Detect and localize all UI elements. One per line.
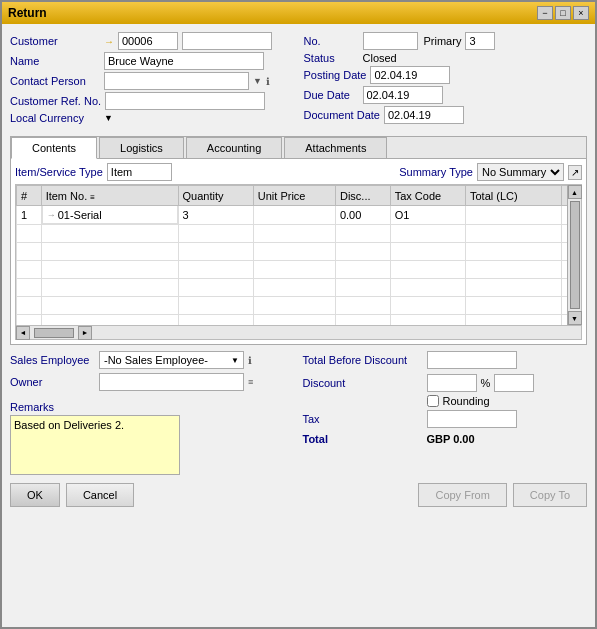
no-input[interactable] — [363, 32, 418, 50]
tab-accounting[interactable]: Accounting — [186, 137, 282, 158]
window-title: Return — [8, 6, 47, 20]
primary-input[interactable] — [465, 32, 495, 50]
contact-person-input[interactable] — [104, 72, 249, 90]
remarks-section: Remarks Based on Deliveries 2. — [10, 401, 295, 477]
due-date-input[interactable] — [363, 86, 443, 104]
hscroll-left-button[interactable]: ◄ — [16, 326, 30, 340]
name-input[interactable] — [104, 52, 264, 70]
item-service-type-input[interactable] — [107, 163, 172, 181]
rounding-row: Rounding — [303, 395, 588, 407]
sales-employee-label: Sales Employee — [10, 354, 95, 366]
local-currency-label: Local Currency — [10, 112, 100, 124]
name-row: Name — [10, 52, 294, 70]
cell-total — [465, 206, 561, 225]
owner-icon: ≡ — [248, 377, 253, 387]
right-action-buttons: Copy From Copy To — [418, 483, 587, 507]
customer-input[interactable] — [118, 32, 178, 50]
discount-input[interactable] — [427, 374, 477, 392]
action-buttons: OK Cancel Copy From Copy To — [10, 477, 587, 511]
table-row — [17, 243, 581, 261]
close-button[interactable]: × — [573, 6, 589, 20]
customer-ref-input[interactable] — [105, 92, 265, 110]
total-row: Total GBP 0.00 — [303, 433, 588, 445]
table-row — [17, 315, 581, 326]
primary-label: Primary — [424, 35, 462, 47]
cancel-button[interactable]: Cancel — [66, 483, 134, 507]
discount-row: Discount % — [303, 374, 588, 392]
owner-row: Owner ≡ — [10, 373, 295, 391]
total-currency-value: GBP 0.00 — [427, 433, 475, 445]
total-before-discount-row: Total Before Discount — [303, 351, 588, 369]
hscroll-right-button[interactable]: ► — [78, 326, 92, 340]
tax-label: Tax — [303, 413, 423, 425]
cell-disc: 0.00 — [335, 206, 390, 225]
tab-contents-panel: Item/Service Type Summary Type No Summar… — [11, 159, 586, 344]
posting-date-row: Posting Date — [304, 66, 588, 84]
total-label: Total — [303, 433, 423, 445]
status-value: Closed — [363, 52, 397, 64]
cell-unit-price — [253, 206, 335, 225]
maximize-button[interactable]: □ — [555, 6, 571, 20]
discount-pct-label: % — [481, 377, 491, 389]
left-bottom: Sales Employee -No Sales Employee- ▼ ℹ O… — [10, 351, 295, 477]
col-quantity: Quantity — [178, 186, 253, 206]
row-arrow-icon: → — [47, 210, 56, 220]
sales-employee-select[interactable]: -No Sales Employee- ▼ — [99, 351, 244, 369]
remarks-label: Remarks — [10, 401, 295, 413]
summary-type-label: Summary Type — [399, 166, 473, 178]
hscroll-thumb[interactable] — [34, 328, 74, 338]
tabs-bar: Contents Logistics Accounting Attachment… — [11, 137, 586, 159]
due-date-label: Due Date — [304, 89, 359, 101]
tab-logistics[interactable]: Logistics — [99, 137, 184, 158]
title-buttons: − □ × — [537, 6, 589, 20]
remarks-textarea[interactable]: Based on Deliveries 2. — [10, 415, 180, 475]
owner-input[interactable] — [99, 373, 244, 391]
tax-input[interactable] — [427, 410, 517, 428]
contact-info-icon[interactable]: ℹ — [266, 76, 270, 87]
scrollbar-thumb[interactable] — [570, 201, 580, 309]
col-num: # — [17, 186, 42, 206]
total-before-discount-input[interactable] — [427, 351, 517, 369]
cell-quantity: 3 — [178, 206, 253, 225]
customer-arrow-icon: → — [104, 36, 114, 47]
tab-attachments[interactable]: Attachments — [284, 137, 387, 158]
table-row — [17, 261, 581, 279]
col-item-no: Item No. ≡ — [41, 186, 178, 206]
sales-employee-value: -No Sales Employee- — [104, 354, 208, 366]
items-table: # Item No. ≡ Quantity Unit Price Disc...… — [16, 185, 581, 325]
summary-type-select[interactable]: No Summary — [477, 163, 564, 181]
tab-contents[interactable]: Contents — [11, 137, 97, 159]
customer-name-input[interactable] — [182, 32, 272, 50]
minimize-button[interactable]: − — [537, 6, 553, 20]
customer-label: Customer — [10, 35, 100, 47]
table-row — [17, 225, 581, 243]
contact-person-dropdown-icon[interactable]: ▼ — [253, 76, 262, 86]
cell-num: 1 — [17, 206, 42, 225]
posting-date-input[interactable] — [370, 66, 450, 84]
no-label: No. — [304, 35, 359, 47]
expand-icon[interactable]: ↗ — [568, 165, 582, 180]
right-bottom: Total Before Discount Discount % Roundin… — [303, 351, 588, 477]
copy-from-button[interactable]: Copy From — [418, 483, 506, 507]
local-currency-dropdown-icon[interactable]: ▼ — [104, 113, 113, 123]
table-row[interactable]: 1 → 01-Serial 3 0.00 O1 — [17, 206, 581, 225]
tab-panel: Contents Logistics Accounting Attachment… — [10, 136, 587, 345]
rounding-checkbox[interactable] — [427, 395, 439, 407]
return-window: Return − □ × Customer → Name — [0, 0, 597, 629]
scrollbar-up-button[interactable]: ▲ — [568, 185, 582, 199]
discount-value-input[interactable] — [494, 374, 534, 392]
contact-person-row: Contact Person ▼ ℹ — [10, 72, 294, 90]
scrollbar-down-button[interactable]: ▼ — [568, 311, 582, 325]
status-row: Status Closed — [304, 52, 588, 64]
posting-date-label: Posting Date — [304, 69, 367, 81]
name-label: Name — [10, 55, 100, 67]
tax-row: Tax — [303, 410, 588, 428]
ok-button[interactable]: OK — [10, 483, 60, 507]
sales-employee-info-icon[interactable]: ℹ — [248, 355, 252, 366]
hscrollbar: ◄ ► — [15, 326, 582, 340]
customer-ref-row: Customer Ref. No. — [10, 92, 294, 110]
table-row — [17, 279, 581, 297]
copy-to-button[interactable]: Copy To — [513, 483, 587, 507]
document-date-input[interactable] — [384, 106, 464, 124]
local-currency-row: Local Currency ▼ — [10, 112, 294, 124]
